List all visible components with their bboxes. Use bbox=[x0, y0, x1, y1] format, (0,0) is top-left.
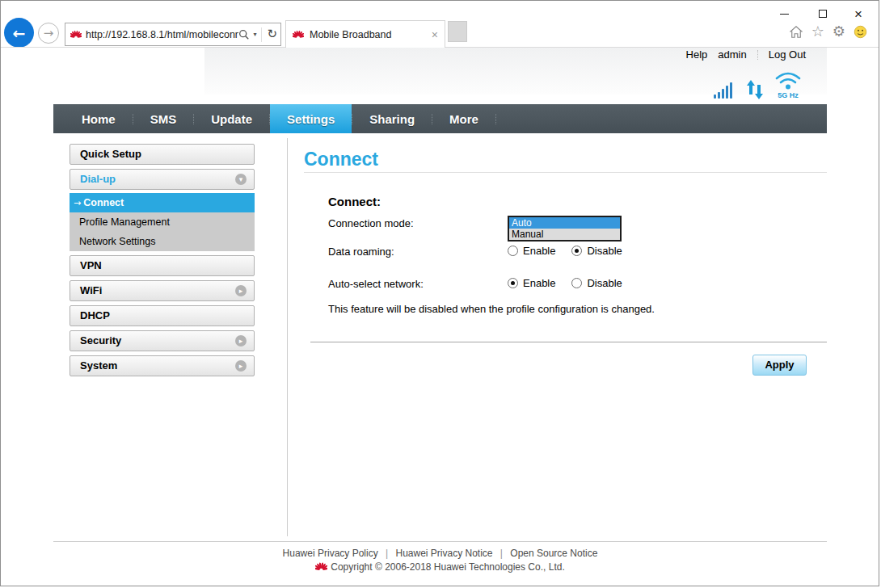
sidebar-item-label: VPN bbox=[80, 259, 102, 271]
main-navbar: Home SMS Update Settings Sharing More bbox=[53, 104, 827, 133]
user-link[interactable]: admin bbox=[718, 48, 746, 61]
connection-mode-select[interactable]: Auto Manual bbox=[508, 216, 622, 242]
browser-tab[interactable]: Mobile Broadband × bbox=[285, 20, 445, 48]
sidebar-item-label: Dial-up bbox=[80, 173, 116, 185]
auto-select-network-label: Auto-select network: bbox=[328, 278, 424, 290]
chevron-right-icon: ▸ bbox=[235, 360, 247, 372]
data-roaming-radio-group: Enable Disable bbox=[508, 245, 622, 257]
copyright-text: Copyright © 2006-2018 Huawei Technologie… bbox=[331, 561, 564, 573]
huawei-favicon-icon bbox=[293, 30, 304, 40]
huawei-favicon-icon bbox=[70, 30, 82, 40]
settings-gear-icon[interactable]: ⚙ bbox=[833, 24, 845, 39]
tab-title: Mobile Broadband bbox=[310, 29, 432, 40]
sidebar-item-system[interactable]: System ▸ bbox=[70, 355, 255, 376]
favorites-star-icon[interactable]: ☆ bbox=[811, 24, 824, 39]
submenu-item-profile-management[interactable]: Profile Management bbox=[70, 212, 255, 232]
wifi-status: 5G Hz bbox=[774, 72, 802, 99]
footer-separator: | bbox=[386, 548, 388, 559]
nav-tab-sms[interactable]: SMS bbox=[133, 104, 194, 133]
sidebar-item-label: System bbox=[80, 359, 117, 372]
connection-mode-label: Connection mode: bbox=[328, 217, 414, 229]
window-maximize-button[interactable] bbox=[814, 6, 832, 22]
nav-tab-update[interactable]: Update bbox=[194, 104, 269, 133]
radio-enable[interactable] bbox=[508, 278, 518, 288]
address-dropdown-icon[interactable]: ▾ bbox=[253, 31, 256, 38]
submenu-item-label: Profile Management bbox=[79, 216, 170, 228]
feedback-smiley-icon[interactable] bbox=[854, 25, 867, 39]
wifi-icon bbox=[774, 72, 802, 90]
sidebar-item-security[interactable]: Security ▸ bbox=[70, 330, 255, 351]
radio-label-enable[interactable]: Enable bbox=[523, 245, 555, 257]
huawei-logo-icon bbox=[315, 562, 327, 572]
window-close-button[interactable]: × bbox=[849, 6, 867, 22]
sidebar-item-wifi[interactable]: WiFi ▸ bbox=[70, 280, 255, 301]
page-title: Connect bbox=[304, 149, 378, 170]
radio-label-enable[interactable]: Enable bbox=[523, 277, 555, 289]
select-option-auto[interactable]: Auto bbox=[509, 217, 620, 229]
content-divider bbox=[287, 138, 288, 536]
footer-separator: | bbox=[500, 548, 503, 559]
open-source-notice-link[interactable]: Open Source Notice bbox=[510, 548, 597, 559]
signal-strength-icon bbox=[714, 81, 736, 99]
chevron-right-icon: ▸ bbox=[235, 335, 247, 346]
form-rule bbox=[310, 342, 827, 342]
nav-tab-more[interactable]: More bbox=[432, 104, 495, 133]
footer-rule bbox=[53, 541, 827, 542]
account-divider bbox=[757, 50, 758, 60]
nav-tab-sharing[interactable]: Sharing bbox=[352, 104, 432, 133]
dial-up-submenu: →Connect Profile Management Network Sett… bbox=[70, 193, 255, 251]
radio-disable[interactable] bbox=[571, 278, 582, 288]
sidebar-item-label: DHCP bbox=[80, 309, 110, 321]
select-option-manual[interactable]: Manual bbox=[509, 229, 620, 240]
nav-divider bbox=[495, 114, 496, 124]
traffic-arrows-icon bbox=[746, 80, 764, 99]
sidebar-item-label: Quick Setup bbox=[80, 148, 141, 160]
apply-button[interactable]: Apply bbox=[752, 355, 807, 376]
browser-forward-button[interactable]: → bbox=[38, 23, 59, 44]
new-tab-button[interactable] bbox=[448, 21, 467, 42]
radio-disable[interactable] bbox=[571, 246, 582, 256]
nav-tab-settings[interactable]: Settings bbox=[270, 104, 352, 133]
back-arrow-icon: ← bbox=[13, 24, 26, 42]
privacy-notice-link[interactable]: Huawei Privacy Notice bbox=[395, 548, 492, 559]
privacy-policy-link[interactable]: Huawei Privacy Policy bbox=[283, 548, 378, 559]
current-page-arrow-icon: → bbox=[74, 198, 81, 208]
submenu-item-label: Network Settings bbox=[79, 236, 155, 247]
sidebar-item-dhcp[interactable]: DHCP bbox=[70, 305, 255, 326]
nav-tab-home[interactable]: Home bbox=[65, 104, 133, 133]
title-rule bbox=[304, 172, 827, 173]
feature-note: This feature will be disabled when the p… bbox=[328, 303, 655, 315]
browser-back-button[interactable]: ← bbox=[4, 18, 34, 48]
network-badge: 5G Hz bbox=[774, 91, 802, 99]
submenu-item-connect[interactable]: →Connect bbox=[70, 193, 255, 212]
sidebar-item-dial-up[interactable]: Dial-up ▾ bbox=[70, 169, 255, 190]
sidebar-item-quick-setup[interactable]: Quick Setup bbox=[70, 144, 255, 165]
window-minimize-button[interactable] bbox=[775, 6, 793, 22]
radio-enable[interactable] bbox=[508, 246, 518, 256]
submenu-item-label: Connect bbox=[83, 197, 124, 208]
radio-label-disable[interactable]: Disable bbox=[587, 245, 622, 257]
refresh-icon[interactable]: ↻ bbox=[267, 28, 277, 40]
chevron-down-icon: ▾ bbox=[235, 174, 247, 185]
chevron-right-icon: ▸ bbox=[235, 285, 247, 296]
home-icon[interactable] bbox=[789, 25, 803, 39]
search-icon[interactable] bbox=[238, 29, 250, 40]
forward-arrow-icon: → bbox=[44, 26, 54, 40]
footer-links: Huawei Privacy Policy | Huawei Privacy N… bbox=[53, 548, 827, 559]
browser-window: × ← → http://192.168.8.1/html/mobileconn… bbox=[0, 0, 879, 586]
sidebar-item-vpn[interactable]: VPN bbox=[70, 255, 255, 276]
help-link[interactable]: Help bbox=[686, 48, 708, 61]
sidebar-item-label: WiFi bbox=[80, 284, 102, 296]
tab-close-icon[interactable]: × bbox=[432, 28, 438, 41]
auto-select-network-radio-group: Enable Disable bbox=[508, 277, 622, 289]
sidebar-item-label: Security bbox=[80, 334, 121, 346]
submenu-item-network-settings[interactable]: Network Settings bbox=[70, 232, 255, 251]
address-bar[interactable]: http://192.168.8.1/html/mobileconne ▾ ↻ bbox=[65, 23, 281, 46]
section-title: Connect: bbox=[328, 195, 381, 208]
footer-copyright: Copyright © 2006-2018 Huawei Technologie… bbox=[53, 561, 827, 573]
data-roaming-label: Data roaming: bbox=[328, 246, 394, 258]
logout-link[interactable]: Log Out bbox=[769, 48, 806, 61]
radio-label-disable[interactable]: Disable bbox=[587, 277, 622, 289]
settings-sidebar: Quick Setup Dial-up ▾ →Connect Profile M… bbox=[70, 144, 255, 380]
url-text[interactable]: http://192.168.8.1/html/mobileconne bbox=[86, 29, 238, 40]
